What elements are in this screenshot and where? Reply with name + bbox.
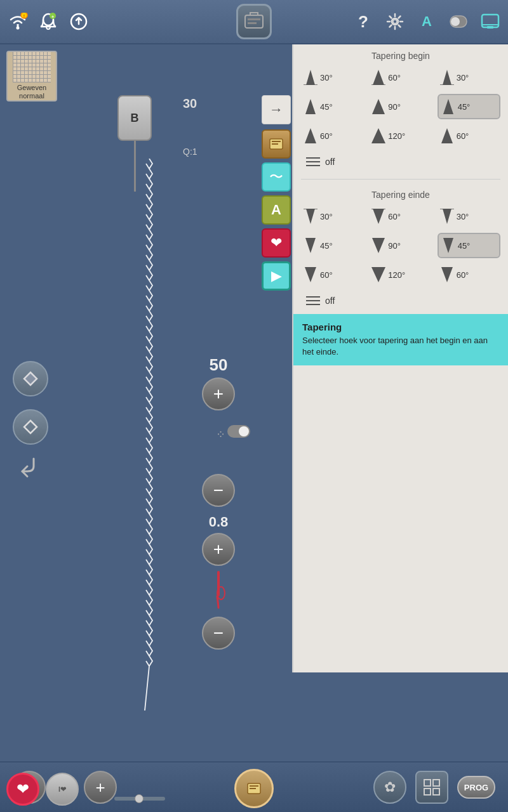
settings-icon[interactable]: [384, 10, 406, 33]
svg-rect-40: [250, 788, 256, 789]
dots-icon: ⁘: [216, 428, 225, 442]
toolbar-btn-1[interactable]: [262, 129, 291, 159]
svg-rect-20: [272, 141, 281, 142]
help-icon[interactable]: ?: [352, 10, 375, 33]
fabric-label: Gewevennormaal: [17, 84, 46, 100]
heart-outline-button[interactable]: I❤: [46, 773, 79, 806]
density-value: 50: [202, 355, 235, 375]
taper-begin-45-2-selected[interactable]: 45°: [438, 94, 500, 119]
taper-begin-90[interactable]: 90°: [369, 94, 432, 119]
tapering-begin-section: Tapering begin 30° 60° 30°: [293, 44, 508, 175]
taper-begin-row2: 45° 90° 45°: [301, 94, 500, 119]
taper-end-row3: 60° 120° 60°: [301, 263, 500, 286]
bottom-left-icons: ❤ I❤: [6, 773, 79, 806]
top-bar-center[interactable]: [236, 4, 272, 39]
taper-end-30-1[interactable]: 30°: [301, 205, 364, 228]
taper-end-45-1[interactable]: 45°: [301, 233, 364, 258]
svg-rect-8: [248, 18, 260, 20]
tapering-info-title: Tapering: [302, 322, 499, 332]
tapering-begin-title: Tapering begin: [301, 51, 500, 61]
svg-point-13: [451, 17, 460, 26]
taper-begin-60-3[interactable]: 60°: [438, 124, 500, 147]
taper-end-row2: 45° 90° 45°: [301, 233, 500, 258]
notification-icon[interactable]: +: [37, 10, 60, 33]
fan-button[interactable]: ✿: [373, 771, 406, 804]
svg-point-11: [393, 20, 397, 23]
toolbar-btn-4[interactable]: ❤: [262, 228, 291, 258]
svg-text:+: +: [51, 15, 54, 19]
top-bar-left: ! +: [6, 10, 90, 33]
toolbar-btn-3[interactable]: A: [262, 195, 291, 225]
svg-rect-16: [487, 26, 493, 29]
toolbar-btn-2[interactable]: 〜: [262, 162, 291, 192]
toolbar-btn-5-active[interactable]: ▶: [262, 261, 291, 291]
taper-end-45-2-selected[interactable]: 45°: [438, 233, 500, 258]
stitch-svg: [124, 159, 175, 710]
needle-icon: [202, 571, 235, 612]
taper-end-30-2[interactable]: 30°: [438, 205, 500, 228]
tapering-end-section: Tapering einde 30° 60° 30°: [293, 183, 508, 314]
tension-minus-button[interactable]: −: [202, 617, 235, 650]
svg-rect-34: [424, 780, 431, 786]
taper-end-off[interactable]: off: [301, 291, 500, 310]
taper-end-60-3[interactable]: 60°: [438, 263, 500, 286]
screen-icon[interactable]: [479, 10, 502, 33]
svg-rect-21: [272, 143, 278, 145]
stitch-number: 30: [183, 96, 197, 110]
quality-label: Q:1: [183, 147, 197, 157]
taper-end-60-2[interactable]: 60°: [301, 263, 364, 286]
taper-end-90[interactable]: 90°: [369, 233, 432, 258]
tapering-panel: Tapering begin 30° 60° 30°: [292, 44, 508, 672]
density-plus-button[interactable]: +: [202, 377, 235, 410]
svg-rect-36: [424, 789, 431, 795]
bottom-right-buttons: ✿ PROG: [373, 771, 495, 804]
svg-rect-9: [248, 22, 257, 24]
back-arrow[interactable]: [16, 454, 44, 484]
width-plus-button[interactable]: +: [84, 771, 117, 804]
quality-display: Q:1: [183, 146, 197, 157]
taper-end-120[interactable]: 120°: [369, 263, 432, 286]
taper-begin-45-1[interactable]: 45°: [301, 94, 364, 119]
taper-begin-row1: 30° 60° 30°: [301, 66, 500, 89]
diamond-up-button[interactable]: [13, 361, 48, 396]
upload-icon[interactable]: [67, 10, 90, 33]
taper-begin-off[interactable]: off: [301, 152, 500, 171]
fabric-texture: [13, 52, 51, 82]
tension-plus-button[interactable]: +: [202, 533, 235, 566]
toggle-btn[interactable]: [447, 10, 470, 33]
tapering-end-title: Tapering einde: [301, 190, 500, 200]
stitch-number-display: 30: [183, 96, 197, 111]
taper-end-60-1[interactable]: 60°: [369, 205, 432, 228]
taper-begin-30-2[interactable]: 30°: [438, 66, 500, 89]
bottom-center-button[interactable]: [234, 769, 274, 808]
taper-begin-row3: 60° 120° 60°: [301, 124, 500, 147]
fabric-swatch[interactable]: Gewevennormaal: [6, 51, 57, 102]
taper-end-row1: 30° 60° 30°: [301, 205, 500, 228]
diamond-down-button[interactable]: [13, 409, 48, 445]
prog-button[interactable]: PROG: [457, 776, 495, 799]
density-minus-button[interactable]: −: [202, 474, 235, 507]
top-bar-right: ? A: [352, 10, 502, 33]
forward-arrow-button[interactable]: →: [262, 95, 291, 124]
font-icon[interactable]: A: [415, 10, 438, 33]
svg-rect-35: [433, 780, 439, 786]
top-bar: ! +: [0, 0, 508, 44]
svg-rect-7: [245, 15, 263, 28]
taper-begin-60-1[interactable]: 60°: [369, 66, 432, 89]
bobbin-button[interactable]: B: [117, 95, 152, 141]
panel-divider: [301, 179, 500, 180]
svg-rect-37: [433, 789, 439, 795]
svg-point-0: [17, 27, 20, 30]
toggle-switch[interactable]: [227, 425, 250, 438]
taper-begin-60-2[interactable]: 60°: [301, 124, 364, 147]
center-main-button[interactable]: [236, 4, 272, 39]
taper-begin-30-1[interactable]: 30°: [301, 66, 364, 89]
side-toolbar: → 〜 A ❤ ▶: [262, 95, 295, 294]
left-side-buttons: [13, 361, 48, 445]
grid-button[interactable]: [415, 771, 448, 804]
tapering-info-box: Tapering Selecteer hoek voor tapering aa…: [293, 314, 508, 365]
width-slider[interactable]: [114, 794, 165, 803]
control-group-tension: 0.8 + −: [202, 514, 235, 652]
heart-red-button[interactable]: ❤: [6, 773, 39, 806]
taper-begin-120[interactable]: 120°: [369, 124, 432, 147]
